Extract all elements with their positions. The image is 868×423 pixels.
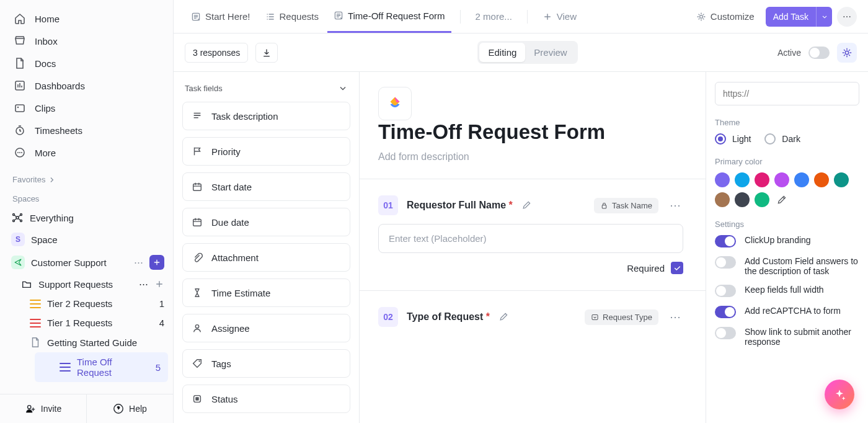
clip-icon	[14, 102, 26, 114]
nav-dashboards[interactable]: Dashboards	[5, 74, 168, 97]
sidebar-customer-support[interactable]: Customer Support ⋯	[0, 251, 173, 274]
redirect-url-input[interactable]	[715, 82, 859, 105]
form-icon	[334, 11, 343, 20]
more-icon[interactable]: ⋯	[134, 257, 143, 268]
setting-toggle[interactable]	[715, 327, 736, 339]
field-title: Requestor Full Name *	[407, 200, 513, 211]
responses-button[interactable]: 3 responses	[185, 43, 248, 63]
list-icon	[30, 319, 41, 327]
field-card[interactable]: Time Estimate	[182, 278, 350, 307]
network-icon	[11, 212, 24, 224]
setting-toggle[interactable]	[715, 285, 736, 297]
timer-icon	[14, 124, 26, 136]
setting-toggle[interactable]	[715, 256, 736, 269]
add-task-button[interactable]: Add Task	[766, 7, 832, 27]
space-badge-cs	[11, 256, 25, 269]
theme-light[interactable]: Light	[715, 133, 751, 145]
pencil-icon[interactable]	[521, 200, 531, 210]
field-card[interactable]: Assignee	[182, 314, 350, 342]
list-icon	[60, 363, 71, 372]
required-checkbox[interactable]	[671, 262, 683, 274]
list-item[interactable]: Tier 1 Requests 4	[30, 313, 173, 332]
list-item[interactable]: Getting Started Guide	[30, 332, 173, 352]
eyedropper-button[interactable]	[774, 192, 789, 207]
dropdown-icon	[591, 313, 599, 321]
overflow-button[interactable]: ⋯	[837, 7, 857, 27]
list-item[interactable]: Time Off Request 5	[35, 352, 168, 382]
chevron-right-icon	[48, 176, 56, 184]
more-icon[interactable]: ⋯	[139, 278, 148, 290]
pencil-icon[interactable]	[498, 312, 508, 322]
field-card[interactable]: Due date	[182, 208, 350, 236]
color-swatch[interactable]	[774, 172, 789, 187]
sidebar-everything[interactable]: Everything	[0, 207, 173, 228]
tab-add-view[interactable]: View	[536, 0, 583, 33]
setting-toggle[interactable]	[715, 306, 736, 318]
customize-button[interactable]: Customize	[690, 0, 761, 33]
color-swatch[interactable]	[755, 192, 769, 207]
list-item[interactable]: Tier 2 Requests 1	[30, 294, 173, 313]
nav-docs[interactable]: Docs	[5, 52, 168, 74]
preview-button[interactable]: Preview	[525, 43, 575, 62]
nav-more[interactable]: More	[5, 141, 168, 164]
sidebar-support-requests[interactable]: Support Requests ⋯	[21, 274, 173, 294]
tab-1[interactable]: Requests	[259, 0, 325, 33]
setting-label: Keep fields full width	[745, 285, 859, 295]
field-card[interactable]: Status	[182, 385, 350, 413]
download-button[interactable]	[255, 43, 278, 63]
help-button[interactable]: Help	[86, 394, 173, 423]
field-more-button[interactable]: ⋯	[667, 310, 683, 324]
nav-clips[interactable]: Clips	[5, 97, 168, 119]
field-card[interactable]: Priority	[182, 137, 350, 166]
color-swatch[interactable]	[834, 172, 849, 187]
form-title[interactable]: Time-Off Request Form	[378, 120, 683, 144]
field-card[interactable]: Attachment	[182, 243, 350, 272]
nav-home[interactable]: Home	[5, 7, 168, 30]
color-swatch[interactable]	[735, 192, 750, 207]
attach-icon	[192, 252, 203, 263]
form-settings-panel: Theme Light Dark Primary color Settings …	[706, 72, 868, 423]
form-field-1[interactable]: 01 Requestor Full Name * Task Name ⋯ Ent…	[378, 195, 683, 274]
editing-button[interactable]: Editing	[479, 43, 525, 62]
chevron-down-icon[interactable]	[338, 83, 348, 93]
theme-dark[interactable]: Dark	[764, 133, 800, 145]
add-space-button[interactable]	[149, 255, 164, 270]
color-swatch[interactable]	[715, 172, 730, 187]
color-swatch[interactable]	[715, 192, 730, 207]
color-swatch[interactable]	[755, 172, 769, 187]
setting-row: Show link to submit another response	[715, 327, 859, 347]
form-settings-button[interactable]	[837, 43, 857, 63]
add-list-button[interactable]	[154, 279, 164, 289]
sidebar: Home Inbox Docs Dashboards Clips Timeshe…	[0, 0, 174, 423]
nav-timesheets[interactable]: Timesheets	[5, 119, 168, 141]
active-toggle[interactable]	[808, 47, 830, 59]
field-more-button[interactable]: ⋯	[667, 198, 683, 212]
form-description[interactable]: Add form description	[378, 151, 683, 163]
field-placeholder-input[interactable]: Enter text (Placeholder)	[378, 224, 683, 253]
field-card[interactable]: Tags	[182, 349, 350, 378]
field-card[interactable]: Task description	[182, 102, 350, 130]
tab-2[interactable]: Time-Off Request Form	[327, 0, 451, 33]
field-number: 02	[378, 307, 398, 327]
color-swatch[interactable]	[735, 172, 750, 187]
setting-row: Keep fields full width	[715, 285, 859, 297]
tab-more[interactable]: 2 more...	[469, 0, 518, 33]
sidebar-space[interactable]: S Space	[0, 228, 173, 251]
form-logo[interactable]	[378, 87, 412, 120]
field-type-chip: Task Name	[594, 198, 658, 213]
download-icon	[262, 48, 272, 58]
nav-inbox[interactable]: Inbox	[5, 30, 168, 52]
tab-0[interactable]: Start Here!	[185, 0, 257, 33]
folder-icon	[21, 278, 32, 290]
color-swatch[interactable]	[794, 172, 809, 187]
doc-icon	[30, 337, 41, 348]
color-swatch[interactable]	[814, 172, 829, 187]
chevron-down-icon[interactable]	[816, 7, 832, 27]
setting-toggle[interactable]	[715, 235, 736, 247]
setting-label: Add Custom Field answers to the descript…	[745, 256, 859, 276]
form-field-2[interactable]: 02 Type of Request * Request Type ⋯	[378, 307, 683, 327]
favorites-header[interactable]: Favorites	[0, 169, 173, 188]
invite-button[interactable]: Invite	[0, 394, 86, 423]
ai-fab-button[interactable]	[825, 380, 854, 409]
field-card[interactable]: Start date	[182, 172, 350, 201]
